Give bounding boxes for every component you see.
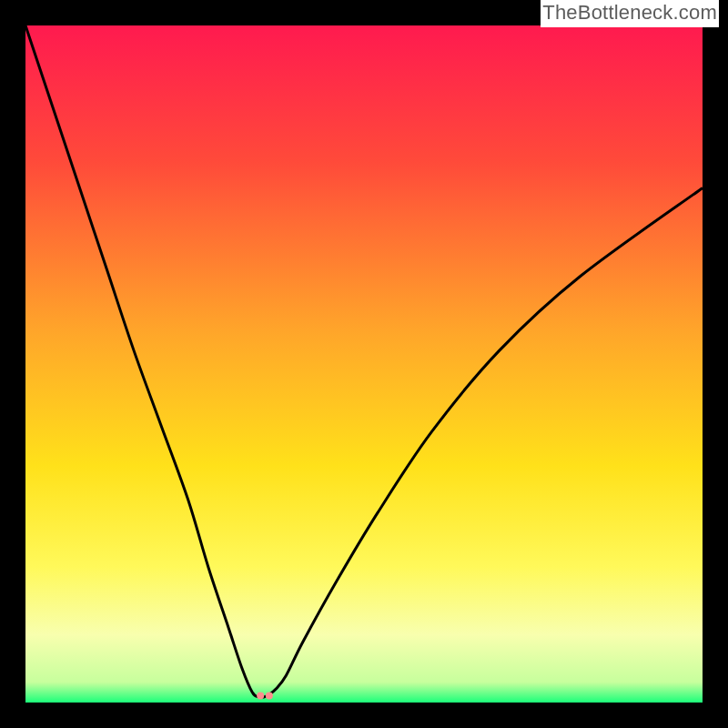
plot-background (25, 25, 703, 703)
plot-outer (25, 25, 703, 703)
dot-left (257, 693, 264, 700)
chart-frame: TheBottleneck.com (0, 0, 728, 728)
watermark-label: TheBottleneck.com (541, 0, 719, 27)
dot-right (266, 693, 273, 700)
bottleneck-plot (25, 25, 703, 703)
